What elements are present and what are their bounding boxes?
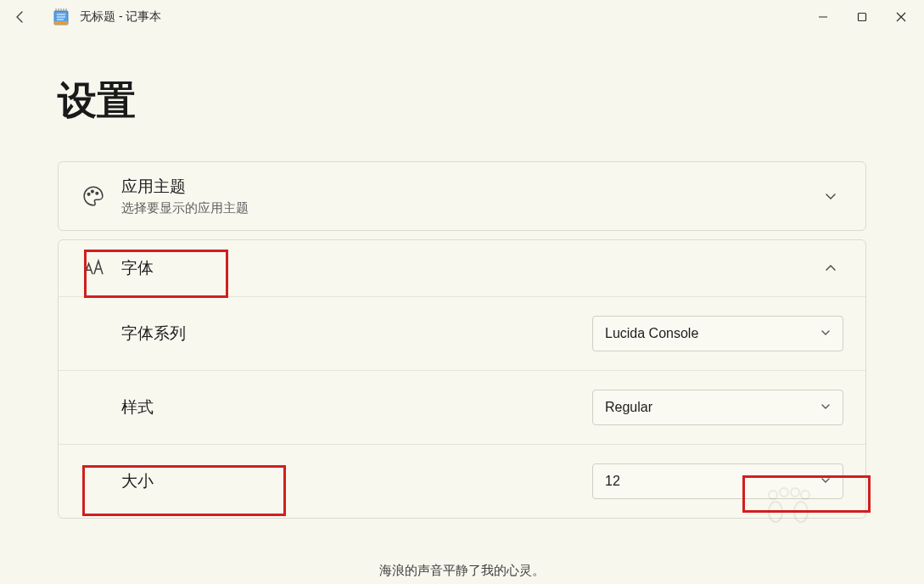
font-family-row: 字体系列 Lucida Console [59,297,865,371]
font-card-header[interactable]: 字体 [59,240,865,296]
close-button[interactable] [882,0,921,34]
maximize-button[interactable] [843,0,882,34]
font-style-label: 样式 [121,396,592,418]
arrow-left-icon [14,10,27,24]
window-controls [804,0,921,34]
svg-rect-1 [54,21,68,25]
theme-card[interactable]: 应用主题 选择要显示的应用主题 [58,161,866,231]
theme-title: 应用主题 [121,176,818,199]
chevron-down-icon [820,326,831,341]
chevron-down-icon [820,400,831,415]
svg-point-8 [92,190,94,193]
theme-subtitle: 选择要显示的应用主题 [121,200,818,216]
font-style-value: Regular [605,400,652,415]
page-title: 设置 [58,75,866,127]
minimize-icon [818,12,828,22]
footer-caption: 海浪的声音平静了我的心灵。 [379,563,545,579]
close-icon [896,12,906,22]
window-title: 无标题 - 记事本 [80,9,161,25]
font-size-value: 12 [605,474,620,489]
minimize-button[interactable] [804,0,843,34]
font-style-dropdown[interactable]: Regular [592,390,843,425]
chevron-down-icon [818,183,843,209]
svg-point-9 [96,192,98,194]
font-size-label: 大小 [121,470,592,492]
title-bar: 无标题 - 记事本 [0,0,924,34]
svg-rect-6 [859,14,866,21]
back-button[interactable] [3,0,37,34]
palette-icon [81,183,106,209]
font-style-row: 样式 Regular [59,371,865,445]
font-family-value: Lucida Console [605,326,698,341]
font-family-label: 字体系列 [121,323,592,345]
font-title: 字体 [121,257,818,280]
chevron-down-icon [820,474,831,489]
font-card: 字体 字体系列 Lucida Console 样式 [58,239,866,519]
maximize-icon [857,12,867,22]
font-family-dropdown[interactable]: Lucida Console [592,316,843,351]
font-icon [81,256,106,281]
font-size-row: 大小 12 [59,445,865,518]
notepad-app-icon [53,8,70,25]
chevron-up-icon [818,256,843,281]
svg-point-7 [87,194,90,196]
font-size-dropdown[interactable]: 12 [592,463,843,499]
